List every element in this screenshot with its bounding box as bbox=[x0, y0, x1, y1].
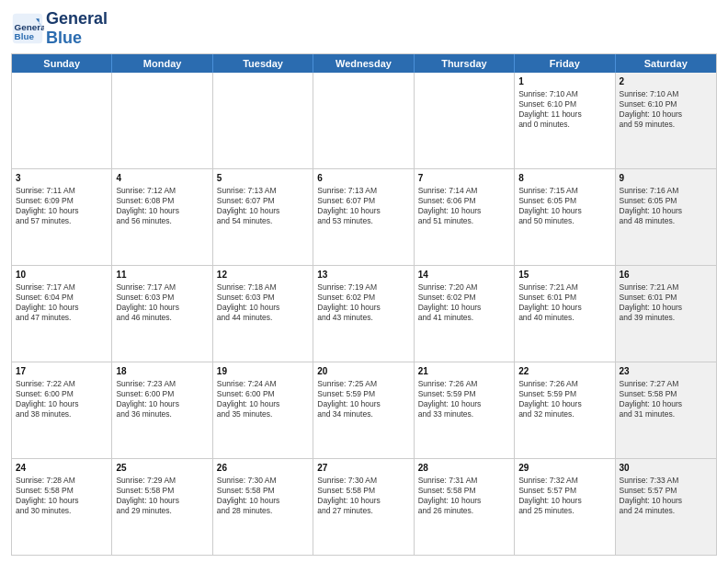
calendar-cell-empty-0-4 bbox=[415, 73, 515, 168]
calendar-cell-13: 13Sunrise: 7:19 AM Sunset: 6:02 PM Dayli… bbox=[313, 266, 414, 362]
cell-info: Sunrise: 7:17 AM Sunset: 6:04 PM Dayligh… bbox=[16, 282, 108, 323]
calendar-cell-26: 26Sunrise: 7:30 AM Sunset: 5:58 PM Dayli… bbox=[213, 459, 313, 555]
cell-info: Sunrise: 7:32 AM Sunset: 5:57 PM Dayligh… bbox=[518, 476, 610, 516]
cell-info: Sunrise: 7:13 AM Sunset: 6:07 PM Dayligh… bbox=[317, 186, 409, 226]
cell-info: Sunrise: 7:30 AM Sunset: 5:58 PM Dayligh… bbox=[317, 476, 409, 516]
day-number: 7 bbox=[418, 172, 510, 185]
calendar-cell-16: 16Sunrise: 7:21 AM Sunset: 6:01 PM Dayli… bbox=[616, 266, 716, 362]
day-number: 28 bbox=[418, 462, 510, 475]
calendar-cell-empty-0-2 bbox=[213, 73, 313, 168]
logo-icon: General Blue bbox=[11, 12, 44, 45]
calendar-cell-20: 20Sunrise: 7:25 AM Sunset: 5:59 PM Dayli… bbox=[313, 362, 414, 458]
day-number: 30 bbox=[620, 462, 712, 475]
calendar-cell-28: 28Sunrise: 7:31 AM Sunset: 5:58 PM Dayli… bbox=[415, 459, 515, 555]
day-number: 8 bbox=[518, 172, 610, 185]
day-number: 17 bbox=[16, 365, 108, 378]
calendar-cell-18: 18Sunrise: 7:23 AM Sunset: 6:00 PM Dayli… bbox=[112, 362, 212, 458]
calendar-cell-25: 25Sunrise: 7:29 AM Sunset: 5:58 PM Dayli… bbox=[112, 459, 212, 555]
day-number: 27 bbox=[317, 462, 409, 475]
calendar-header: SundayMondayTuesdayWednesdayThursdayFrid… bbox=[12, 54, 716, 73]
day-number: 14 bbox=[418, 269, 510, 282]
calendar-row-1: 3Sunrise: 7:11 AM Sunset: 6:09 PM Daylig… bbox=[12, 168, 716, 265]
calendar-cell-11: 11Sunrise: 7:17 AM Sunset: 6:03 PM Dayli… bbox=[112, 266, 212, 362]
cell-info: Sunrise: 7:29 AM Sunset: 5:58 PM Dayligh… bbox=[116, 476, 208, 516]
day-number: 18 bbox=[116, 365, 208, 378]
day-number: 4 bbox=[116, 172, 208, 185]
calendar-cell-14: 14Sunrise: 7:20 AM Sunset: 6:02 PM Dayli… bbox=[415, 266, 515, 362]
calendar-cell-22: 22Sunrise: 7:26 AM Sunset: 5:59 PM Dayli… bbox=[515, 362, 615, 458]
cell-info: Sunrise: 7:23 AM Sunset: 6:00 PM Dayligh… bbox=[116, 379, 208, 419]
day-number: 3 bbox=[16, 172, 108, 185]
cell-info: Sunrise: 7:26 AM Sunset: 5:59 PM Dayligh… bbox=[418, 379, 510, 419]
day-number: 5 bbox=[217, 172, 309, 185]
cell-info: Sunrise: 7:14 AM Sunset: 6:06 PM Dayligh… bbox=[418, 186, 510, 226]
header-day-sunday: Sunday bbox=[12, 54, 112, 73]
cell-info: Sunrise: 7:13 AM Sunset: 6:07 PM Dayligh… bbox=[217, 186, 309, 226]
logo-text: General Blue bbox=[46, 9, 108, 48]
calendar-cell-21: 21Sunrise: 7:26 AM Sunset: 5:59 PM Dayli… bbox=[415, 362, 515, 458]
day-number: 12 bbox=[217, 269, 309, 282]
day-number: 11 bbox=[116, 269, 208, 282]
calendar-row-4: 24Sunrise: 7:28 AM Sunset: 5:58 PM Dayli… bbox=[12, 458, 716, 555]
calendar-cell-empty-0-0 bbox=[12, 73, 112, 168]
header-day-tuesday: Tuesday bbox=[213, 54, 313, 73]
day-number: 20 bbox=[317, 365, 409, 378]
cell-info: Sunrise: 7:10 AM Sunset: 6:10 PM Dayligh… bbox=[620, 89, 712, 130]
logo-area: General Blue General Blue bbox=[11, 9, 108, 48]
cell-info: Sunrise: 7:12 AM Sunset: 6:08 PM Dayligh… bbox=[116, 186, 208, 226]
calendar-cell-15: 15Sunrise: 7:21 AM Sunset: 6:01 PM Dayli… bbox=[515, 266, 615, 362]
calendar-cell-17: 17Sunrise: 7:22 AM Sunset: 6:00 PM Dayli… bbox=[12, 362, 112, 458]
cell-info: Sunrise: 7:17 AM Sunset: 6:03 PM Dayligh… bbox=[116, 282, 208, 323]
calendar-body: 1Sunrise: 7:10 AM Sunset: 6:10 PM Daylig… bbox=[12, 73, 716, 555]
cell-info: Sunrise: 7:10 AM Sunset: 6:10 PM Dayligh… bbox=[518, 89, 610, 130]
calendar-cell-3: 3Sunrise: 7:11 AM Sunset: 6:09 PM Daylig… bbox=[12, 169, 112, 265]
day-number: 16 bbox=[620, 269, 712, 282]
cell-info: Sunrise: 7:11 AM Sunset: 6:09 PM Dayligh… bbox=[16, 186, 108, 226]
calendar-cell-5: 5Sunrise: 7:13 AM Sunset: 6:07 PM Daylig… bbox=[213, 169, 313, 265]
cell-info: Sunrise: 7:19 AM Sunset: 6:02 PM Dayligh… bbox=[317, 282, 409, 323]
day-number: 2 bbox=[620, 75, 712, 88]
day-number: 29 bbox=[518, 462, 610, 475]
calendar-cell-2: 2Sunrise: 7:10 AM Sunset: 6:10 PM Daylig… bbox=[616, 73, 716, 168]
cell-info: Sunrise: 7:30 AM Sunset: 5:58 PM Dayligh… bbox=[217, 476, 309, 516]
page: General Blue General Blue SundayMondayTu… bbox=[0, 0, 728, 563]
calendar-cell-30: 30Sunrise: 7:33 AM Sunset: 5:57 PM Dayli… bbox=[616, 459, 716, 555]
cell-info: Sunrise: 7:21 AM Sunset: 6:01 PM Dayligh… bbox=[518, 282, 610, 323]
calendar: SundayMondayTuesdayWednesdayThursdayFrid… bbox=[11, 53, 717, 556]
cell-info: Sunrise: 7:24 AM Sunset: 6:00 PM Dayligh… bbox=[217, 379, 309, 419]
cell-info: Sunrise: 7:18 AM Sunset: 6:03 PM Dayligh… bbox=[217, 282, 309, 323]
calendar-cell-10: 10Sunrise: 7:17 AM Sunset: 6:04 PM Dayli… bbox=[12, 266, 112, 362]
cell-info: Sunrise: 7:15 AM Sunset: 6:05 PM Dayligh… bbox=[518, 186, 610, 226]
calendar-cell-9: 9Sunrise: 7:16 AM Sunset: 6:05 PM Daylig… bbox=[616, 169, 716, 265]
day-number: 25 bbox=[116, 462, 208, 475]
day-number: 24 bbox=[16, 462, 108, 475]
calendar-cell-19: 19Sunrise: 7:24 AM Sunset: 6:00 PM Dayli… bbox=[213, 362, 313, 458]
cell-info: Sunrise: 7:28 AM Sunset: 5:58 PM Dayligh… bbox=[16, 476, 108, 516]
header-day-thursday: Thursday bbox=[415, 54, 515, 73]
day-number: 1 bbox=[518, 75, 610, 88]
day-number: 26 bbox=[217, 462, 309, 475]
day-number: 19 bbox=[217, 365, 309, 378]
cell-info: Sunrise: 7:22 AM Sunset: 6:00 PM Dayligh… bbox=[16, 379, 108, 419]
calendar-cell-4: 4Sunrise: 7:12 AM Sunset: 6:08 PM Daylig… bbox=[112, 169, 212, 265]
cell-info: Sunrise: 7:27 AM Sunset: 5:58 PM Dayligh… bbox=[620, 379, 712, 419]
day-number: 13 bbox=[317, 269, 409, 282]
cell-info: Sunrise: 7:26 AM Sunset: 5:59 PM Dayligh… bbox=[518, 379, 610, 419]
day-number: 23 bbox=[620, 365, 712, 378]
day-number: 9 bbox=[620, 172, 712, 185]
calendar-cell-8: 8Sunrise: 7:15 AM Sunset: 6:05 PM Daylig… bbox=[515, 169, 615, 265]
cell-info: Sunrise: 7:20 AM Sunset: 6:02 PM Dayligh… bbox=[418, 282, 510, 323]
day-number: 22 bbox=[518, 365, 610, 378]
calendar-row-3: 17Sunrise: 7:22 AM Sunset: 6:00 PM Dayli… bbox=[12, 362, 716, 458]
calendar-cell-24: 24Sunrise: 7:28 AM Sunset: 5:58 PM Dayli… bbox=[12, 459, 112, 555]
calendar-cell-empty-0-3 bbox=[313, 73, 414, 168]
cell-info: Sunrise: 7:33 AM Sunset: 5:57 PM Dayligh… bbox=[620, 476, 712, 516]
header-day-monday: Monday bbox=[112, 54, 212, 73]
calendar-row-2: 10Sunrise: 7:17 AM Sunset: 6:04 PM Dayli… bbox=[12, 265, 716, 362]
calendar-row-0: 1Sunrise: 7:10 AM Sunset: 6:10 PM Daylig… bbox=[12, 73, 716, 168]
calendar-cell-27: 27Sunrise: 7:30 AM Sunset: 5:58 PM Dayli… bbox=[313, 459, 414, 555]
header-day-wednesday: Wednesday bbox=[313, 54, 414, 73]
cell-info: Sunrise: 7:25 AM Sunset: 5:59 PM Dayligh… bbox=[317, 379, 409, 419]
day-number: 6 bbox=[317, 172, 409, 185]
day-number: 10 bbox=[16, 269, 108, 282]
